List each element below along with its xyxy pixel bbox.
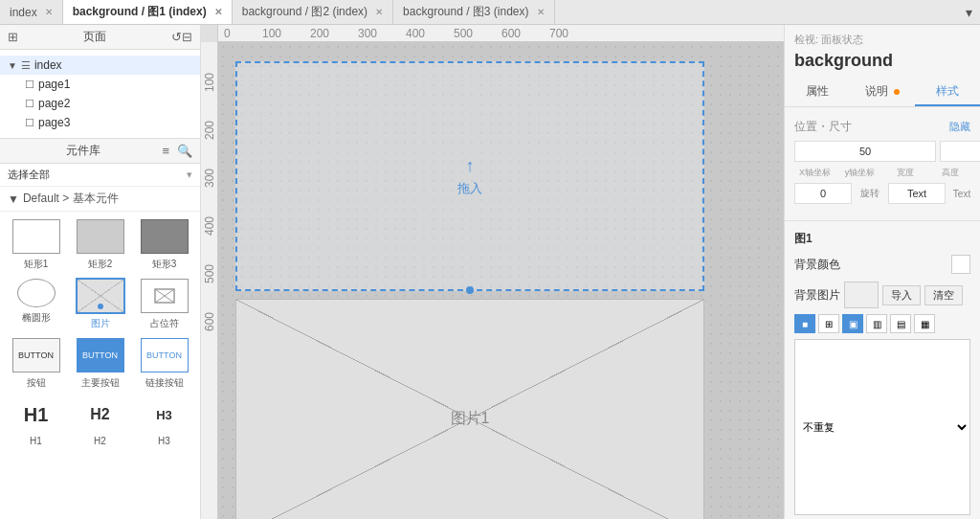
- tab-background-1-close[interactable]: ✕: [214, 7, 222, 17]
- tree-label-page2: page2: [38, 97, 70, 110]
- ruler-mark-100: 100: [260, 27, 308, 40]
- comp-item-h1[interactable]: H1 H1: [8, 397, 64, 446]
- pages-header-icon-left[interactable]: ⊞: [8, 30, 18, 44]
- ruler-top: 0 100 200 300 400 500 600 700: [201, 25, 784, 42]
- comp-shape-h2: H2: [77, 397, 124, 432]
- tab-background-2[interactable]: background / 图2 (index) ✕: [233, 0, 393, 24]
- content-area: ⊞ 页面 ↺ ⊟ ▼ ☰ index ☐ page1 ☐: [0, 25, 980, 519]
- ruler-mark-200: 200: [308, 27, 356, 40]
- comp-panel-header: 元件库 ≡ 🔍: [0, 139, 200, 164]
- right-panel-inspect-label: 检视: 面板状态: [785, 25, 980, 51]
- color-picker-box[interactable]: [951, 255, 970, 274]
- tree-item-page3[interactable]: ☐ page3: [17, 113, 200, 132]
- prop-divider-1: [785, 220, 980, 221]
- img-mode-btn-4[interactable]: ▥: [866, 314, 887, 333]
- tree-icon-page1: ☐: [25, 79, 34, 91]
- x-coord-input[interactable]: [794, 141, 936, 162]
- tree-label-page1: page1: [38, 78, 70, 91]
- comp-label-btn-default: 按钮: [27, 376, 46, 390]
- comp-shape-rect2: [77, 219, 124, 254]
- comp-panel-search-icon[interactable]: 🔍: [177, 144, 192, 158]
- import-bg-button[interactable]: 导入: [882, 285, 921, 305]
- ruler-mark-y400: 400: [203, 190, 216, 237]
- y-label: y轴坐标: [839, 167, 880, 179]
- tab-background-2-close[interactable]: ✕: [375, 7, 383, 17]
- ruler-mark-300: 300: [356, 27, 404, 40]
- y-coord-input[interactable]: [940, 141, 980, 162]
- comp-item-btn-link[interactable]: BUTTON 链接按钮: [136, 338, 192, 390]
- comp-label-rect3: 矩形3: [152, 258, 177, 271]
- x-label: X轴坐标: [794, 167, 835, 179]
- comp-item-placeholder[interactable]: 占位符: [136, 279, 192, 330]
- tab-description-label: 说明: [865, 84, 888, 98]
- tree-item-index[interactable]: ▼ ☰ index: [0, 56, 200, 75]
- tree-item-page1[interactable]: ☐ page1: [17, 75, 200, 94]
- pages-header-icon-right[interactable]: ↺: [171, 30, 182, 44]
- rotate-input[interactable]: [794, 183, 852, 204]
- drag-arrow-up-icon: ↑: [466, 156, 475, 176]
- ruler-mark-600: 600: [500, 27, 547, 40]
- img-mode-btn-1[interactable]: ■: [794, 314, 815, 333]
- comp-item-rect2[interactable]: 矩形2: [72, 219, 128, 271]
- pages-panel-title: 页面: [18, 29, 171, 45]
- comp-label-h2: H2: [94, 436, 106, 446]
- position-section-label: 位置・尺寸: [794, 119, 852, 135]
- pages-header-search-icon[interactable]: ⊟: [182, 30, 192, 44]
- tree-icon-index: ☰: [21, 59, 31, 72]
- comp-item-image[interactable]: 图片: [72, 279, 128, 330]
- comp-filter-row: 选择全部 ▾: [0, 164, 200, 187]
- comp-item-h3[interactable]: H3 H3: [136, 397, 192, 446]
- ruler-mark-y200: 200: [203, 94, 216, 142]
- tab-description[interactable]: 说明: [850, 79, 915, 106]
- comp-grid: 矩形1 矩形2 矩形3 椭圆形 图片: [0, 212, 200, 454]
- comp-shape-h3: H3: [141, 397, 189, 432]
- tree-icon-page3: ☐: [25, 117, 34, 129]
- comp-item-rect1[interactable]: 矩形1: [8, 219, 64, 271]
- comp-item-h2[interactable]: H2 H2: [72, 397, 128, 446]
- comp-category-arrow: ▼: [8, 192, 19, 206]
- hide-button[interactable]: 隐藏: [949, 120, 970, 134]
- tab-background-3[interactable]: background / 图3 (index) ✕: [393, 0, 554, 24]
- ruler-mark-y600: 600: [203, 285, 216, 333]
- pages-panel-header: ⊞ 页面 ↺ ⊟: [0, 25, 200, 50]
- frame-1[interactable]: ↑ 拖入: [235, 61, 704, 291]
- ruler-corner: [201, 25, 218, 42]
- text-input[interactable]: [888, 183, 946, 204]
- tab-index[interactable]: index ✕: [0, 0, 63, 24]
- comp-item-rect3[interactable]: 矩形3: [136, 219, 192, 271]
- tree-item-page2[interactable]: ☐ page2: [17, 94, 200, 113]
- comp-item-oval[interactable]: 椭圆形: [8, 279, 64, 330]
- frame-2[interactable]: 图片1: [235, 299, 704, 519]
- comp-panel-list-icon[interactable]: ≡: [162, 144, 169, 158]
- comp-label-btn-link: 链接按钮: [145, 376, 184, 390]
- canvas-scroll-area[interactable]: ↑ 拖入 图片1 1: [218, 42, 784, 519]
- img-mode-btn-6[interactable]: ▦: [914, 314, 935, 333]
- comp-category-row[interactable]: ▼ Default > 基本元件: [0, 187, 200, 212]
- img-mode-btn-2[interactable]: ⊞: [818, 314, 839, 333]
- clear-bg-button[interactable]: 清空: [924, 285, 963, 305]
- tab-index-label: index: [10, 6, 37, 19]
- tab-style[interactable]: 样式: [915, 79, 980, 106]
- comp-shape-h1: H1: [12, 397, 60, 432]
- tab-background-1[interactable]: background / 图1 (index) ✕: [63, 0, 233, 24]
- comp-item-btn-primary[interactable]: BUTTON 主要按钮: [72, 338, 128, 390]
- comp-label-h3: H3: [158, 436, 170, 446]
- pages-tree: ▼ ☰ index ☐ page1 ☐ page2 ☐ page3: [0, 50, 200, 138]
- tab-background-3-close[interactable]: ✕: [537, 7, 545, 17]
- tab-index-close[interactable]: ✕: [45, 7, 53, 17]
- bg-img-preview: [844, 282, 879, 308]
- ruler-numbers-top: 0 100 200 300 400 500 600 700: [218, 27, 595, 40]
- tab-property[interactable]: 属性: [785, 79, 850, 106]
- tab-background-1-label: background / 图1 (index): [73, 4, 207, 20]
- comp-item-btn-default[interactable]: BUTTON 按钮: [8, 338, 64, 390]
- frame-2-label: 图片1: [451, 409, 490, 429]
- comp-shape-rect3: [141, 219, 189, 254]
- img-mode-btn-3[interactable]: ▣: [842, 314, 863, 333]
- h-label: 高度: [929, 167, 970, 179]
- comp-filter-dropdown-icon[interactable]: ▾: [187, 169, 192, 181]
- img-placeholder: 图片1: [236, 300, 703, 519]
- comp-label-h1: H1: [30, 436, 42, 446]
- repeat-select[interactable]: 不重复 重复 横向重复 纵向重复: [794, 339, 970, 515]
- img-mode-btn-5[interactable]: ▤: [890, 314, 911, 333]
- tab-more-button[interactable]: ▾: [958, 5, 980, 20]
